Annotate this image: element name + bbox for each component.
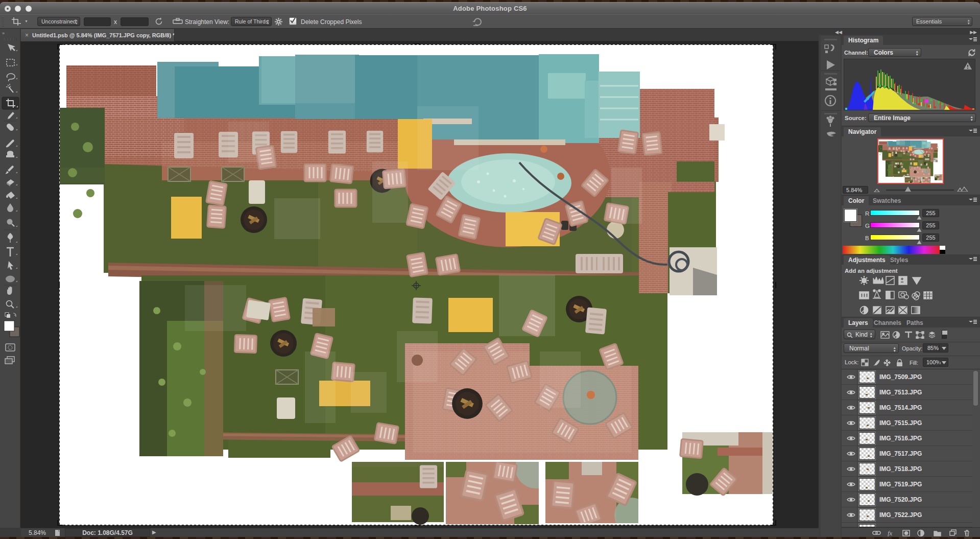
- svg-text:fx: fx: [888, 529, 893, 536]
